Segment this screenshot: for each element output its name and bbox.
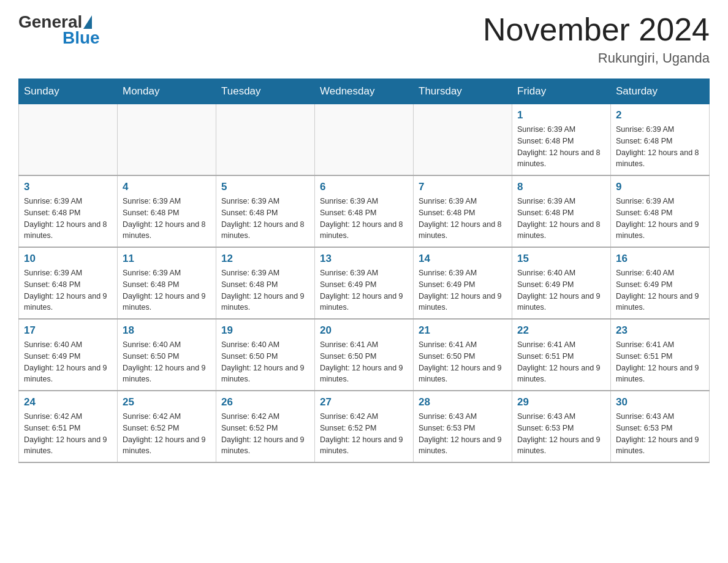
day-number: 14 xyxy=(419,253,507,265)
day-info: Sunrise: 6:40 AMSunset: 6:50 PMDaylight:… xyxy=(123,339,211,385)
calendar-cell: 5Sunrise: 6:39 AMSunset: 6:48 PMDaylight… xyxy=(216,175,315,247)
calendar-cell: 17Sunrise: 6:40 AMSunset: 6:49 PMDayligh… xyxy=(19,319,118,391)
day-info: Sunrise: 6:39 AMSunset: 6:48 PMDaylight:… xyxy=(320,196,408,242)
day-info: Sunrise: 6:39 AMSunset: 6:48 PMDaylight:… xyxy=(24,196,112,242)
calendar-cell: 3Sunrise: 6:39 AMSunset: 6:48 PMDaylight… xyxy=(19,175,118,247)
day-info: Sunrise: 6:41 AMSunset: 6:50 PMDaylight:… xyxy=(419,339,507,385)
calendar-cell: 18Sunrise: 6:40 AMSunset: 6:50 PMDayligh… xyxy=(118,319,216,391)
day-info: Sunrise: 6:41 AMSunset: 6:50 PMDaylight:… xyxy=(320,339,408,385)
day-number: 2 xyxy=(616,109,704,121)
day-number: 29 xyxy=(517,396,605,408)
day-info: Sunrise: 6:39 AMSunset: 6:48 PMDaylight:… xyxy=(517,196,605,242)
calendar-cell: 15Sunrise: 6:40 AMSunset: 6:49 PMDayligh… xyxy=(512,247,611,319)
location-subtitle: Rukungiri, Uganda xyxy=(483,50,710,66)
calendar-cell xyxy=(216,104,315,176)
day-number: 9 xyxy=(616,181,704,193)
day-number: 13 xyxy=(320,253,408,265)
calendar-cell: 19Sunrise: 6:40 AMSunset: 6:50 PMDayligh… xyxy=(216,319,315,391)
calendar-cell: 1Sunrise: 6:39 AMSunset: 6:48 PMDaylight… xyxy=(512,104,611,176)
calendar-week-row: 1Sunrise: 6:39 AMSunset: 6:48 PMDaylight… xyxy=(19,104,710,176)
day-info: Sunrise: 6:39 AMSunset: 6:49 PMDaylight:… xyxy=(320,267,408,313)
calendar-header: SundayMondayTuesdayWednesdayThursdayFrid… xyxy=(19,79,710,104)
day-info: Sunrise: 6:39 AMSunset: 6:48 PMDaylight:… xyxy=(616,124,704,170)
calendar-cell: 23Sunrise: 6:41 AMSunset: 6:51 PMDayligh… xyxy=(611,319,710,391)
calendar-cell: 25Sunrise: 6:42 AMSunset: 6:52 PMDayligh… xyxy=(118,391,216,462)
day-number: 15 xyxy=(517,253,605,265)
calendar-cell: 27Sunrise: 6:42 AMSunset: 6:52 PMDayligh… xyxy=(315,391,414,462)
day-number: 8 xyxy=(517,181,605,193)
calendar-cell: 29Sunrise: 6:43 AMSunset: 6:53 PMDayligh… xyxy=(512,391,611,462)
day-info: Sunrise: 6:41 AMSunset: 6:51 PMDaylight:… xyxy=(517,339,605,385)
month-title: November 2024 xyxy=(483,12,710,47)
day-info: Sunrise: 6:39 AMSunset: 6:48 PMDaylight:… xyxy=(616,196,704,242)
day-number: 30 xyxy=(616,396,704,408)
day-of-week-monday: Monday xyxy=(118,79,216,104)
day-number: 26 xyxy=(221,396,309,408)
calendar-cell xyxy=(19,104,118,176)
calendar-cell: 9Sunrise: 6:39 AMSunset: 6:48 PMDaylight… xyxy=(611,175,710,247)
calendar-cell: 12Sunrise: 6:39 AMSunset: 6:48 PMDayligh… xyxy=(216,247,315,319)
day-of-week-sunday: Sunday xyxy=(19,79,118,104)
day-info: Sunrise: 6:39 AMSunset: 6:48 PMDaylight:… xyxy=(221,196,309,242)
calendar-cell xyxy=(414,104,512,176)
day-info: Sunrise: 6:42 AMSunset: 6:51 PMDaylight:… xyxy=(24,411,112,457)
calendar-week-row: 24Sunrise: 6:42 AMSunset: 6:51 PMDayligh… xyxy=(19,391,710,462)
day-info: Sunrise: 6:39 AMSunset: 6:49 PMDaylight:… xyxy=(419,267,507,313)
day-number: 19 xyxy=(221,324,309,337)
calendar-cell: 2Sunrise: 6:39 AMSunset: 6:48 PMDaylight… xyxy=(611,104,710,176)
calendar-body: 1Sunrise: 6:39 AMSunset: 6:48 PMDaylight… xyxy=(19,104,710,463)
day-number: 27 xyxy=(320,396,408,408)
day-number: 1 xyxy=(517,109,605,121)
day-info: Sunrise: 6:39 AMSunset: 6:48 PMDaylight:… xyxy=(517,124,605,170)
calendar-cell: 30Sunrise: 6:43 AMSunset: 6:53 PMDayligh… xyxy=(611,391,710,462)
day-info: Sunrise: 6:39 AMSunset: 6:48 PMDaylight:… xyxy=(24,267,112,313)
calendar-cell: 21Sunrise: 6:41 AMSunset: 6:50 PMDayligh… xyxy=(414,319,512,391)
calendar-table: SundayMondayTuesdayWednesdayThursdayFrid… xyxy=(18,79,710,463)
logo: General Blue xyxy=(18,12,100,48)
day-number: 12 xyxy=(221,253,309,265)
day-of-week-tuesday: Tuesday xyxy=(216,79,315,104)
day-info: Sunrise: 6:40 AMSunset: 6:49 PMDaylight:… xyxy=(24,339,112,385)
calendar-cell: 11Sunrise: 6:39 AMSunset: 6:48 PMDayligh… xyxy=(118,247,216,319)
calendar-cell: 28Sunrise: 6:43 AMSunset: 6:53 PMDayligh… xyxy=(414,391,512,462)
day-number: 18 xyxy=(123,324,211,337)
calendar-week-row: 17Sunrise: 6:40 AMSunset: 6:49 PMDayligh… xyxy=(19,319,710,391)
calendar-cell xyxy=(315,104,414,176)
day-info: Sunrise: 6:40 AMSunset: 6:49 PMDaylight:… xyxy=(517,267,605,313)
title-section: November 2024 Rukungiri, Uganda xyxy=(483,12,710,66)
day-info: Sunrise: 6:39 AMSunset: 6:48 PMDaylight:… xyxy=(419,196,507,242)
calendar-cell: 22Sunrise: 6:41 AMSunset: 6:51 PMDayligh… xyxy=(512,319,611,391)
day-info: Sunrise: 6:39 AMSunset: 6:48 PMDaylight:… xyxy=(123,196,211,242)
calendar-cell: 13Sunrise: 6:39 AMSunset: 6:49 PMDayligh… xyxy=(315,247,414,319)
day-number: 28 xyxy=(419,396,507,408)
calendar-cell: 24Sunrise: 6:42 AMSunset: 6:51 PMDayligh… xyxy=(19,391,118,462)
calendar-cell: 6Sunrise: 6:39 AMSunset: 6:48 PMDaylight… xyxy=(315,175,414,247)
day-info: Sunrise: 6:39 AMSunset: 6:48 PMDaylight:… xyxy=(123,267,211,313)
calendar-week-row: 3Sunrise: 6:39 AMSunset: 6:48 PMDaylight… xyxy=(19,175,710,247)
day-number: 25 xyxy=(123,396,211,408)
day-info: Sunrise: 6:40 AMSunset: 6:49 PMDaylight:… xyxy=(616,267,704,313)
day-of-week-thursday: Thursday xyxy=(414,79,512,104)
calendar-cell: 10Sunrise: 6:39 AMSunset: 6:48 PMDayligh… xyxy=(19,247,118,319)
day-number: 20 xyxy=(320,324,408,337)
day-number: 17 xyxy=(24,324,112,337)
day-of-week-wednesday: Wednesday xyxy=(315,79,414,104)
page-header: General Blue November 2024 Rukungiri, Ug… xyxy=(18,12,710,66)
day-info: Sunrise: 6:42 AMSunset: 6:52 PMDaylight:… xyxy=(123,411,211,457)
day-of-week-saturday: Saturday xyxy=(611,79,710,104)
calendar-cell: 26Sunrise: 6:42 AMSunset: 6:52 PMDayligh… xyxy=(216,391,315,462)
day-info: Sunrise: 6:41 AMSunset: 6:51 PMDaylight:… xyxy=(616,339,704,385)
days-of-week-row: SundayMondayTuesdayWednesdayThursdayFrid… xyxy=(19,79,710,104)
calendar-cell: 8Sunrise: 6:39 AMSunset: 6:48 PMDaylight… xyxy=(512,175,611,247)
day-number: 11 xyxy=(123,253,211,265)
calendar-cell: 20Sunrise: 6:41 AMSunset: 6:50 PMDayligh… xyxy=(315,319,414,391)
day-number: 7 xyxy=(419,181,507,193)
day-number: 4 xyxy=(123,181,211,193)
calendar-cell: 14Sunrise: 6:39 AMSunset: 6:49 PMDayligh… xyxy=(414,247,512,319)
day-number: 21 xyxy=(419,324,507,337)
day-number: 23 xyxy=(616,324,704,337)
day-info: Sunrise: 6:43 AMSunset: 6:53 PMDaylight:… xyxy=(419,411,507,457)
day-number: 5 xyxy=(221,181,309,193)
day-number: 6 xyxy=(320,181,408,193)
calendar-cell: 4Sunrise: 6:39 AMSunset: 6:48 PMDaylight… xyxy=(118,175,216,247)
